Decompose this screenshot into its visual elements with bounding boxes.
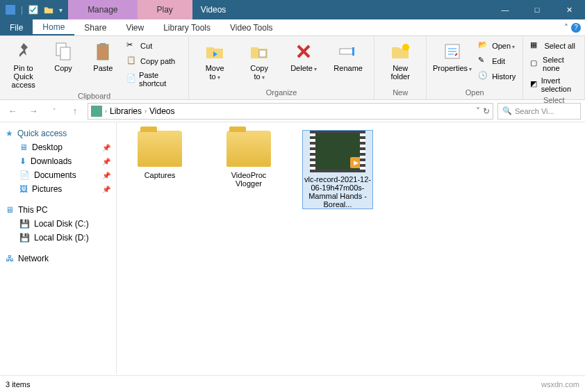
nav-documents[interactable]: 📄Documents📌 <box>0 168 116 182</box>
group-open: Open <box>431 87 518 98</box>
back-button[interactable]: ← <box>4 103 21 120</box>
forward-button[interactable]: → <box>25 103 42 120</box>
app-icon <box>6 5 15 15</box>
copy-path-button[interactable]: 📋Copy path <box>124 54 184 68</box>
watermark: wsxdn.com <box>541 380 579 389</box>
paste-shortcut-icon: 📄 <box>126 74 136 85</box>
new-folder-button[interactable]: New folder <box>379 39 422 82</box>
search-input[interactable]: 🔍 Search Vi... <box>497 103 581 120</box>
nav-disk-c[interactable]: 💾Local Disk (C:) <box>0 217 116 231</box>
open-icon: 📂 <box>478 40 489 51</box>
context-tab-play[interactable]: Play <box>138 0 192 19</box>
copy-to-button[interactable]: Copy to <box>238 39 281 83</box>
tab-library-tools[interactable]: Library Tools <box>154 19 220 35</box>
tab-home[interactable]: Home <box>33 19 74 35</box>
history-icon: 🕓 <box>478 71 489 82</box>
documents-icon: 📄 <box>19 170 30 180</box>
svg-rect-3 <box>60 47 70 60</box>
recent-button[interactable]: ˅ <box>46 103 63 120</box>
svg-point-9 <box>402 44 409 51</box>
navigation-pane: ★Quick access 🖥Desktop📌 ⬇Downloads📌 📄Doc… <box>0 122 117 374</box>
pin-quick-access-button[interactable]: Pin to Quick access <box>4 39 42 90</box>
svg-rect-4 <box>97 44 108 60</box>
quick-access-header[interactable]: ★Quick access <box>0 126 116 140</box>
nav-this-pc[interactable]: 🖥This PC <box>0 203 116 217</box>
svg-rect-8 <box>352 47 354 56</box>
nav-pictures[interactable]: 🖼Pictures📌 <box>0 182 116 196</box>
history-button[interactable]: 🕓History <box>475 70 518 83</box>
tab-share[interactable]: Share <box>74 19 116 35</box>
edit-icon: ✎ <box>478 56 489 67</box>
disk-icon: 💾 <box>19 219 30 229</box>
invert-selection-button[interactable]: ◩Invert selection <box>527 75 580 95</box>
paste-icon <box>92 40 114 63</box>
select-none-button[interactable]: ▢Select none <box>527 54 580 74</box>
nav-downloads[interactable]: ⬇Downloads📌 <box>0 154 116 168</box>
tab-view[interactable]: View <box>116 19 154 35</box>
nav-desktop[interactable]: 🖥Desktop📌 <box>0 140 116 154</box>
folder-captures[interactable]: Captures <box>125 131 195 179</box>
status-count: 3 items <box>6 380 30 389</box>
nav-disk-d[interactable]: 💾Local Disk (D:) <box>0 231 116 245</box>
delete-button[interactable]: Delete <box>282 39 325 75</box>
copy-button[interactable]: Copy <box>44 39 82 74</box>
tab-video-tools[interactable]: Video Tools <box>220 19 283 35</box>
desktop-icon: 🖥 <box>19 142 28 152</box>
ribbon-collapse-icon[interactable]: ˄ <box>564 23 568 33</box>
folder-icon[interactable] <box>44 5 53 15</box>
rename-button[interactable]: Rename <box>327 39 370 74</box>
properties-button[interactable]: Properties <box>431 39 474 75</box>
crumb-libraries[interactable]: Libraries <box>110 106 142 116</box>
chevron-right-icon[interactable]: › <box>143 108 148 115</box>
copy-path-icon: 📋 <box>126 56 138 67</box>
select-none-icon: ▢ <box>530 58 540 70</box>
location-icon <box>91 106 102 117</box>
nav-network[interactable]: 🖧Network <box>0 252 116 266</box>
svg-rect-6 <box>259 50 266 57</box>
copy-icon <box>52 40 74 63</box>
checkbox-icon[interactable] <box>28 5 38 15</box>
folder-icon <box>138 131 182 167</box>
paste-shortcut-button[interactable]: 📄Paste shortcut <box>124 70 184 89</box>
downloads-icon: ⬇ <box>19 156 26 166</box>
play-overlay-icon: ▶ <box>350 157 361 168</box>
rename-icon <box>337 40 359 63</box>
svg-rect-0 <box>6 5 15 15</box>
window-title: Videos <box>192 5 489 15</box>
address-bar[interactable]: › Libraries › Videos ˅ ↻ <box>88 103 493 120</box>
folder-icon <box>226 131 271 167</box>
svg-rect-5 <box>100 43 106 46</box>
cut-button[interactable]: ✂Cut <box>124 39 184 53</box>
file-list[interactable]: Captures VideoProc Vlogger ▶ vlc-record-… <box>117 122 585 374</box>
tab-file[interactable]: File <box>0 19 33 35</box>
chevron-right-icon[interactable]: › <box>104 108 108 115</box>
edit-button[interactable]: ✎Edit <box>475 54 518 68</box>
context-tab-manage[interactable]: Manage <box>68 0 137 19</box>
disk-icon: 💾 <box>19 233 30 243</box>
paste-button[interactable]: Paste <box>84 39 122 74</box>
maximize-button[interactable]: □ <box>521 0 553 19</box>
qat-overflow-icon[interactable]: ▾ <box>59 6 63 14</box>
help-icon[interactable]: ? <box>571 23 581 33</box>
group-clipboard: Clipboard <box>4 90 184 101</box>
select-all-button[interactable]: ▦Select all <box>527 39 580 53</box>
refresh-icon[interactable]: ↻ <box>483 106 490 116</box>
star-icon: ★ <box>6 129 13 138</box>
svg-rect-7 <box>340 49 354 54</box>
close-button[interactable]: ✕ <box>553 0 585 19</box>
group-new: New <box>379 87 422 98</box>
new-folder-icon <box>389 40 411 63</box>
svg-rect-11 <box>91 106 102 117</box>
folder-videoproc[interactable]: VideoProc Vlogger <box>214 131 283 188</box>
video-file[interactable]: ▶ vlc-record-2021-12-06-19h47m00s-Mammal… <box>303 131 372 209</box>
delete-icon <box>292 40 315 63</box>
invert-icon: ◩ <box>530 79 538 90</box>
move-to-button[interactable]: Move to <box>193 39 236 83</box>
video-thumbnail-icon: ▶ <box>310 131 365 172</box>
pin-icon: 📌 <box>102 144 110 152</box>
open-button[interactable]: 📂Open <box>475 39 518 53</box>
up-button[interactable]: ↑ <box>67 103 83 120</box>
crumb-videos[interactable]: Videos <box>149 106 174 116</box>
dropdown-icon[interactable]: ˅ <box>476 106 480 116</box>
minimize-button[interactable]: — <box>489 0 521 19</box>
